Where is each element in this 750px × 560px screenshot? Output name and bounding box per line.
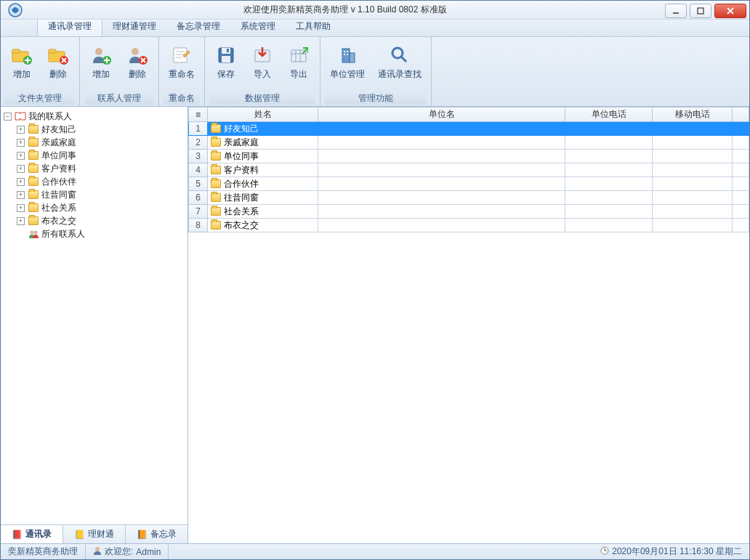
table-row[interactable]: 4客户资料 — [189, 163, 749, 177]
grid-col-name[interactable]: 姓名 — [208, 107, 318, 122]
cell-mobile[interactable] — [653, 122, 733, 136]
row-number[interactable]: 7 — [189, 205, 208, 219]
tree-root[interactable]: − 我的联系人 — [2, 110, 186, 123]
cell-name[interactable]: 社会关系 — [208, 205, 318, 219]
menu-tab-contacts[interactable]: 通讯录管理 — [37, 17, 102, 36]
cell-tel[interactable] — [565, 150, 653, 163]
expand-icon[interactable]: + — [17, 191, 25, 199]
expand-icon[interactable]: + — [17, 204, 25, 212]
table-row[interactable]: 5合作伙伴 — [189, 177, 749, 191]
cell-blank[interactable] — [733, 163, 749, 177]
tree-item[interactable]: +布衣之交 — [15, 214, 186, 227]
cell-name[interactable]: 亲戚家庭 — [208, 136, 318, 150]
cell-name[interactable]: 往昔同窗 — [208, 191, 318, 205]
expand-icon[interactable]: + — [17, 139, 25, 147]
cell-blank[interactable] — [733, 136, 749, 150]
tree-item[interactable]: +社会关系 — [15, 201, 186, 214]
cell-mobile[interactable] — [653, 177, 733, 191]
cell-org[interactable] — [318, 191, 565, 205]
cell-name[interactable]: 单位同事 — [208, 150, 318, 163]
cell-tel[interactable] — [565, 136, 653, 150]
cell-mobile[interactable] — [653, 163, 733, 177]
table-row[interactable]: 2亲戚家庭 — [189, 136, 749, 150]
cell-org[interactable] — [318, 219, 565, 232]
menu-tab-memo[interactable]: 备忘录管理 — [166, 17, 230, 36]
rename-button[interactable]: 重命名 — [164, 40, 200, 84]
tree-item[interactable]: +往昔同窗 — [15, 188, 186, 201]
cell-org[interactable] — [318, 150, 565, 163]
data-grid[interactable]: ≡ 姓名 单位名 单位电话 移动电话 1好友知己2亲戚家庭3单位同事4客户资料5… — [188, 107, 749, 543]
addr-search-button[interactable]: 通讯录查找 — [373, 40, 427, 84]
cell-name[interactable]: 好友知己 — [208, 122, 318, 136]
folder-add-button[interactable]: 增加 — [5, 40, 39, 84]
row-number[interactable]: 4 — [189, 163, 208, 177]
table-row[interactable]: 3单位同事 — [189, 150, 749, 163]
grid-col-org[interactable]: 单位名 — [318, 107, 565, 122]
org-manage-button[interactable]: 单位管理 — [325, 40, 370, 84]
grid-col-mobile[interactable]: 移动电话 — [653, 107, 733, 122]
cell-mobile[interactable] — [653, 150, 733, 163]
menu-tab-finance[interactable]: 理财通管理 — [102, 17, 166, 36]
row-number[interactable]: 8 — [189, 219, 208, 232]
grid-col-blank[interactable] — [733, 107, 749, 122]
expand-icon[interactable]: + — [17, 178, 25, 186]
row-number[interactable]: 2 — [189, 136, 208, 150]
cell-org[interactable] — [318, 205, 565, 219]
cell-tel[interactable] — [565, 219, 653, 232]
cell-org[interactable] — [318, 177, 565, 191]
menu-tab-tools[interactable]: 工具帮助 — [286, 17, 341, 36]
tree-item[interactable]: +合作伙伴 — [15, 175, 186, 188]
expand-icon[interactable]: + — [17, 126, 25, 134]
row-number[interactable]: 5 — [189, 177, 208, 191]
cell-tel[interactable] — [565, 191, 653, 205]
contact-del-button[interactable]: 删除 — [121, 40, 154, 84]
contact-add-button[interactable]: 增加 — [84, 40, 118, 84]
cell-blank[interactable] — [733, 150, 749, 163]
minimize-button[interactable] — [665, 4, 687, 18]
tree-view[interactable]: − 我的联系人 +好友知己+亲戚家庭+单位同事+客户资料+合作伙伴+往昔同窗+社… — [1, 107, 188, 524]
cell-blank[interactable] — [733, 122, 749, 136]
cell-mobile[interactable] — [653, 205, 733, 219]
tree-item[interactable]: +亲戚家庭 — [15, 136, 186, 149]
left-tab-memo[interactable]: 📙 备忘录 — [126, 525, 188, 543]
cell-mobile[interactable] — [653, 136, 733, 150]
tree-item[interactable]: +客户资料 — [15, 162, 186, 175]
grid-col-marker[interactable]: ≡ — [189, 107, 208, 122]
tree-item[interactable]: +单位同事 — [15, 149, 186, 162]
cell-name[interactable]: 合作伙伴 — [208, 177, 318, 191]
cell-blank[interactable] — [733, 191, 749, 205]
table-row[interactable]: 7社会关系 — [189, 205, 749, 219]
row-number[interactable]: 3 — [189, 150, 208, 163]
cell-mobile[interactable] — [653, 219, 733, 232]
cell-blank[interactable] — [733, 177, 749, 191]
row-number[interactable]: 1 — [189, 122, 208, 136]
expand-icon[interactable]: + — [17, 152, 25, 160]
left-tab-finance[interactable]: 📒 理财通 — [63, 525, 126, 543]
cell-tel[interactable] — [565, 163, 653, 177]
expand-icon[interactable]: + — [17, 165, 25, 173]
grid-col-tel[interactable]: 单位电话 — [565, 107, 653, 122]
cell-mobile[interactable] — [653, 191, 733, 205]
import-button[interactable]: 导入 — [246, 40, 279, 84]
export-button[interactable]: 导出 — [282, 40, 315, 84]
menu-tab-system[interactable]: 系统管理 — [230, 17, 286, 36]
tree-item[interactable]: +好友知己 — [15, 123, 186, 136]
expand-icon[interactable]: + — [17, 217, 25, 225]
cell-blank[interactable] — [733, 219, 749, 232]
cell-tel[interactable] — [565, 177, 653, 191]
save-button[interactable]: 保存 — [209, 40, 243, 84]
close-button[interactable] — [714, 4, 746, 18]
cell-name[interactable]: 客户资料 — [208, 163, 318, 177]
row-number[interactable]: 6 — [189, 191, 208, 205]
cell-org[interactable] — [318, 136, 565, 150]
cell-tel[interactable] — [565, 205, 653, 219]
cell-tel[interactable] — [565, 122, 653, 136]
table-row[interactable]: 6往昔同窗 — [189, 191, 749, 205]
folder-del-button[interactable]: 删除 — [41, 40, 75, 84]
cell-org[interactable] — [318, 163, 565, 177]
left-tab-contacts[interactable]: 📕 通讯录 — [1, 525, 63, 543]
collapse-icon[interactable]: − — [4, 113, 12, 121]
tree-all-contacts[interactable]: 所有联系人 — [15, 227, 186, 240]
maximize-button[interactable] — [690, 4, 711, 18]
cell-org[interactable] — [318, 122, 565, 136]
